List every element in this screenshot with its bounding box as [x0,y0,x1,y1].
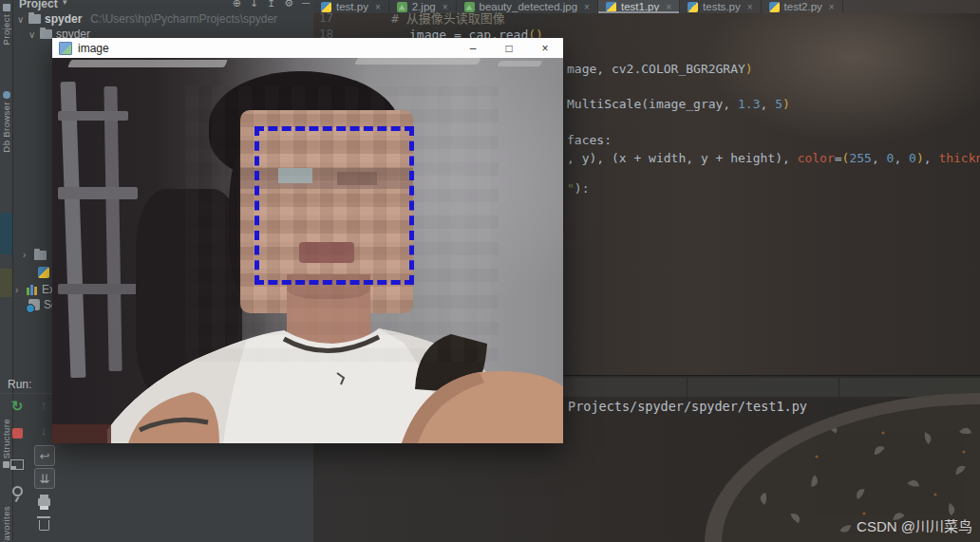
console-divider [687,378,688,397]
close-tab-icon[interactable]: × [829,2,835,12]
image-window-title: image [78,42,109,55]
chevron-down-icon[interactable]: ∨ [28,29,36,40]
maximize-button[interactable]: □ [491,38,527,58]
python-file-icon [38,267,49,278]
project-panel-header: Project ▾ ⊕ ↧ ↥ ⚙ ─ [13,0,313,10]
python-file-icon [606,2,616,12]
tab-label: test2.py [784,1,822,12]
code-token: ): [575,181,590,196]
editor-tab-test1-py[interactable]: test1.py× [598,0,680,13]
python-file-icon [688,2,698,12]
console-output-path[interactable]: Projects/spyder/spyder/test1.py [568,399,807,414]
gear-icon[interactable]: ⚙ [284,0,293,9]
restore-layout-button[interactable] [8,455,27,474]
code-token: , [924,151,939,165]
editor-tab-test2-py[interactable]: test2.py× [762,0,843,13]
trash-icon [39,520,49,531]
folder-icon [34,251,47,260]
code-token: , [894,151,909,165]
down-stack-trace-button[interactable]: ↓ [34,421,53,439]
corner-object [52,424,111,443]
restore-layout-icon [10,459,24,470]
chevron-down-icon[interactable]: ▾ [63,0,67,7]
code-token: " [567,181,575,196]
photo-bleed-blue [0,213,12,254]
code-token: , y), (x + width, y + height), [567,151,798,165]
line-number: 17 [319,10,333,25]
pycharm-ide-screen: Project Db Browser Structure Favorites P… [0,0,980,542]
external-libraries-icon [27,284,38,295]
project-tool-icon [3,4,10,11]
code-token: 0 [909,151,916,165]
close-button[interactable]: × [527,38,563,58]
clear-all-button[interactable] [34,515,53,534]
folder-icon [40,29,52,39]
close-tab-icon[interactable]: × [747,2,753,12]
code-token: 5 [775,97,782,111]
locate-icon[interactable]: ⊕ [233,0,241,9]
code-token: faces: [567,133,612,147]
tab-label: test1.py [621,1,659,12]
code-token: 255 [849,151,871,165]
code-line[interactable]: "): [567,180,589,196]
stop-icon [12,428,23,439]
image-window-icon [59,42,72,55]
code-token: 1.3 [738,97,760,111]
code-line[interactable]: faces: [567,132,612,148]
minimize-button[interactable]: – [455,38,491,58]
collapse-all-icon[interactable]: ↧ [250,0,258,9]
image-window-titlebar[interactable]: image – □ × [52,38,563,58]
project-panel-title[interactable]: Project [19,0,58,10]
editor-tab-tests-py[interactable]: tests.py× [680,0,761,13]
expand-all-icon[interactable]: ↥ [267,0,275,9]
close-tab-icon[interactable]: × [666,2,671,12]
tree-item[interactable]: › [23,250,47,260]
code-line[interactable]: , y), (x + width, y + height), color=(25… [567,150,980,166]
hide-panel-icon[interactable]: ─ [302,0,310,9]
code-token: mage, cv2.COLOR_BGR2GRAY [567,62,745,76]
photo-bleed-olive [0,269,12,297]
divider [2,393,55,394]
code-token: color [798,151,835,165]
code-token: , [872,151,887,165]
tool-button-project[interactable]: Project [0,4,12,45]
tool-button-db-browser-label: Db Browser [1,102,11,153]
tree-item-Ex[interactable]: ›Ex [15,283,55,296]
chevron-down-icon[interactable]: ∨ [17,14,25,25]
scratches-icon [28,299,40,310]
tree-item[interactable] [38,267,49,278]
code-token: MultiScale(image_gray, [567,97,738,111]
code-token: ) [745,62,753,76]
watermark: CSDN @川川菜鸟 [857,515,972,535]
pin-icon [12,486,23,496]
tool-button-db-browser[interactable]: Db Browser [0,91,12,153]
code-line[interactable]: MultiScale(image_gray, 1.3, 5) [567,96,790,112]
run-toolbar: Run: ↻ ↑ ↓ ↩ ⇊ [0,375,59,542]
close-tab-icon[interactable]: × [375,2,381,12]
code-token: thickness [938,151,980,165]
up-stack-trace-button[interactable]: ↑ [34,395,53,414]
code-token: ) [916,151,924,165]
code-line[interactable]: mage, cv2.COLOR_BGR2GRAY) [567,61,753,77]
print-button[interactable] [34,493,53,512]
code-line[interactable]: # 从摄像头读取图像 [391,10,505,27]
python-file-icon [769,2,780,12]
chevron-right-icon[interactable]: › [23,250,30,260]
code-token: , [761,97,776,111]
rerun-button[interactable]: ↻ [8,397,27,416]
code-token: ) [782,97,790,111]
webcam-frame [52,58,563,443]
tree-item-spyder[interactable]: ∨spyderC:\Users\hp\PycharmProjects\spyde… [17,12,277,26]
chevron-right-icon[interactable]: › [15,285,23,295]
printer-icon [38,498,50,506]
console-divider [839,378,839,397]
scroll-to-end-button[interactable]: ⇊ [34,468,55,489]
code-token: # 从摄像头读取图像 [391,11,505,26]
close-tab-icon[interactable]: × [584,2,590,12]
face-detection-box [254,126,414,285]
pin-tab-button[interactable] [8,484,27,503]
soft-wrap-button[interactable]: ↩ [34,445,55,466]
tab-label: tests.py [703,1,741,12]
opencv-image-window[interactable]: image – □ × [52,38,563,443]
stop-button[interactable] [8,423,27,442]
